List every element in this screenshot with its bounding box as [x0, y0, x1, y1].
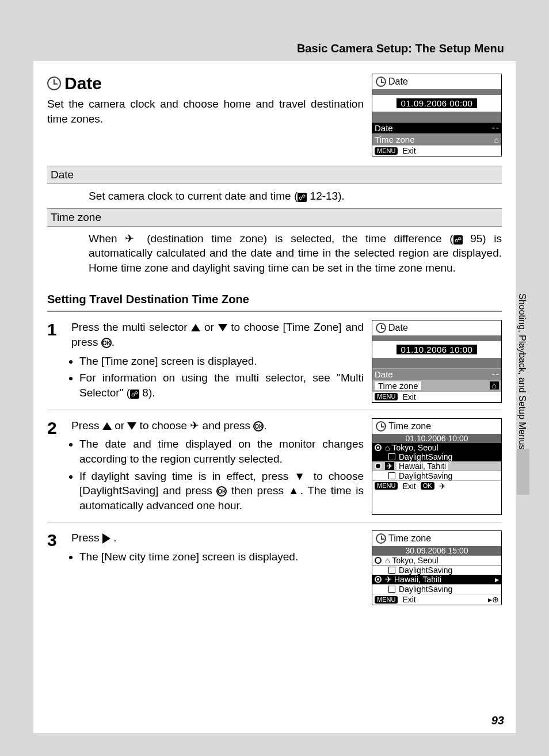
definition-tz-body: When ✈ (destination time zone) is select…	[47, 227, 502, 280]
clock-icon	[376, 533, 386, 544]
step-2-bullet-1: The date and time displayed on the monit…	[79, 437, 364, 466]
tz-home-city: Tokyo, Seoul	[392, 444, 438, 452]
plane-icon: ✈	[385, 575, 392, 583]
intro-text: Set the camera clock and choose home and…	[47, 97, 364, 126]
header-bar: Basic Camera Setup: The Setup Menu	[33, 23, 516, 61]
checkbox-icon	[388, 567, 395, 574]
page-number: 93	[491, 714, 504, 727]
step-number: 1	[47, 320, 63, 403]
home-icon: ⌂	[490, 381, 499, 390]
menu-button-icon: MENU	[375, 393, 398, 400]
step-1-bullet-2: For information on using the multi selec…	[79, 371, 364, 400]
screen-title: Time zone	[388, 534, 431, 543]
screen-title: Date	[388, 77, 408, 86]
menu-button-icon: MENU	[375, 147, 398, 155]
menu-button-icon: MENU	[375, 596, 398, 604]
subheading: Setting Travel Destination Time Zone	[47, 293, 502, 312]
reference-icon: ☍	[453, 235, 463, 245]
step-1-bullet-1: The [Time zone] screen is displayed.	[79, 354, 364, 369]
up-icon	[191, 324, 200, 331]
step-number: 2	[47, 418, 63, 516]
camera-screen-timezone-2: Time zone 30.09.2006 15:00 ⌂ Tokyo, Seou…	[372, 530, 502, 605]
step-1-title: Press the multi selector or to choose [T…	[71, 320, 364, 350]
tz-dest-dst: DaylightSaving	[399, 585, 452, 593]
ok-icon: OK	[101, 338, 112, 348]
tz-dest-city: Hawaii, Tahiti	[394, 575, 441, 583]
heading-text: Date	[64, 74, 102, 93]
step-2-title: Press or to choose ✈ and press OK.	[71, 418, 364, 434]
definition-date-label: Date	[47, 166, 502, 184]
screen-exit: Exit	[402, 482, 415, 490]
screen-datetime: 30.09.2006 15:00	[372, 546, 501, 555]
reference-icon: ☍	[130, 390, 139, 399]
tz-home-dst: DaylightSaving	[399, 566, 452, 574]
clock-icon	[376, 421, 386, 432]
screen-title: Time zone	[388, 422, 431, 431]
screen-datetime: 01.10.2006 10:00	[372, 434, 501, 443]
screen-row-date-value: --	[491, 370, 499, 379]
step-1: 1 Press the multi selector or to choose …	[47, 312, 502, 410]
screen-exit: Exit	[402, 595, 415, 604]
up-icon	[102, 422, 112, 430]
step-2-bullet-2: If daylight saving time is in effect, pr…	[79, 469, 364, 513]
camera-screen-date-1: Date 01.09.2006 00:00 Date -- Time zone …	[372, 74, 502, 156]
page: Basic Camera Setup: The Setup Menu Date …	[33, 23, 516, 733]
clock-icon	[376, 323, 386, 333]
content-area: Date Set the camera clock and choose hom…	[33, 61, 516, 612]
tz-home-dst: DaylightSaving	[399, 453, 452, 461]
radio-icon	[375, 463, 382, 469]
checkbox-icon	[388, 472, 395, 479]
ok-icon: OK	[216, 486, 227, 497]
home-icon: ⌂	[494, 136, 499, 144]
screen-exit: Exit	[402, 393, 415, 401]
ok-icon: OK	[253, 421, 264, 432]
screen-title: Date	[388, 323, 408, 333]
menu-button-icon: MENU	[375, 482, 398, 490]
screen-datetime: 01.10.2006 10:00	[396, 345, 478, 354]
reference-icon: ☍	[298, 193, 307, 202]
screen-row-tz-label: Time zone	[375, 135, 414, 144]
step-3-bullet-1: The [New city time zone] screen is displ…	[79, 549, 364, 564]
heading-date: Date	[47, 74, 364, 93]
checkbox-icon	[388, 453, 395, 460]
step-number: 3	[47, 530, 63, 605]
screen-row-tz-label: Time zone	[375, 381, 421, 390]
globe-icon: ▸⊕	[488, 595, 499, 604]
definition-date: Date Set camera clock to current date an…	[47, 166, 502, 280]
screen-datetime: 01.09.2006 00:00	[396, 98, 478, 108]
screen-row-date-label: Date	[375, 124, 393, 132]
screen-exit: Exit	[402, 147, 415, 155]
clock-icon	[376, 77, 386, 87]
tz-home-city: Tokyo, Seoul	[392, 556, 438, 564]
radio-selected-icon	[375, 576, 382, 583]
camera-screen-timezone-1: Time zone 01.10.2006 10:00 ⌂ Tokyo, Seou…	[372, 418, 502, 516]
screen-row-date-value: --	[491, 124, 499, 132]
camera-screen-date-2: Date 01.10.2006 10:00 Date -- Time zone …	[372, 320, 502, 403]
down-icon	[218, 324, 227, 331]
screen-row-date-label: Date	[375, 370, 393, 379]
plane-icon: ✈	[385, 462, 394, 470]
right-icon	[102, 533, 110, 544]
step-2: 2 Press or to choose ✈ and press OK. The…	[47, 410, 502, 523]
clock-icon	[47, 77, 61, 90]
tz-dest-dst: DaylightSaving	[399, 472, 452, 480]
step-3: 3 Press . The [New city time zone] scree…	[47, 522, 502, 612]
side-section-label: Shooting, Playback, and Setup Menus	[517, 293, 529, 547]
step-3-title: Press .	[71, 530, 364, 546]
radio-selected-icon	[375, 444, 382, 451]
plane-icon: ✈	[439, 482, 446, 490]
radio-icon	[375, 557, 382, 564]
down-icon	[127, 422, 136, 430]
ok-button-icon: OK	[421, 482, 434, 490]
side-thumb-tab	[517, 449, 529, 495]
definition-tz-label: Time zone	[47, 208, 502, 227]
home-icon: ⌂	[385, 556, 390, 564]
definition-date-body: Set camera clock to current date and tim…	[47, 184, 502, 208]
tz-dest-city: Hawaii, Tahiti	[396, 462, 448, 470]
page-section-title: Basic Camera Setup: The Setup Menu	[297, 42, 504, 55]
checkbox-icon	[388, 586, 395, 593]
home-icon: ⌂	[385, 444, 390, 452]
